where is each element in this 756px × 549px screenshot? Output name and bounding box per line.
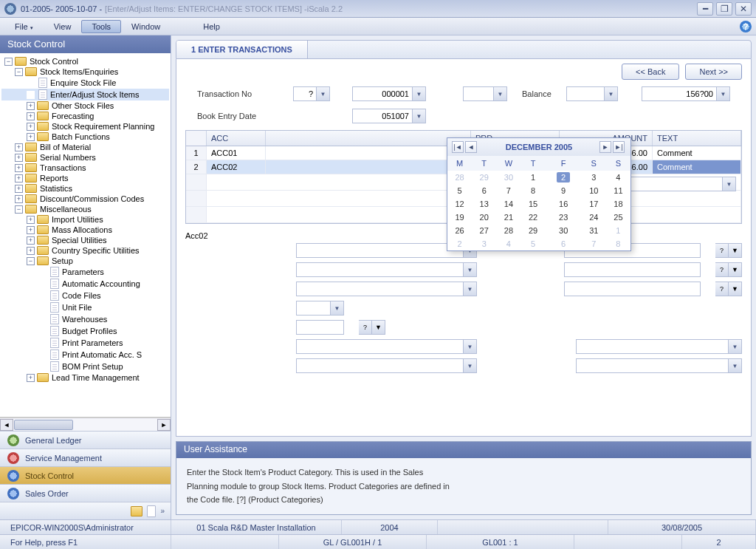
tree-root[interactable]: −Stock Control	[1, 56, 169, 67]
cal-prev-icon[interactable]: ◄	[465, 141, 477, 153]
menu-tools[interactable]: Tools	[81, 20, 121, 33]
tree-warehouses[interactable]: Warehouses	[1, 313, 169, 325]
minimize-button[interactable]: ━	[697, 2, 713, 16]
grid-header-text[interactable]: TEXT	[653, 131, 741, 146]
tree-country[interactable]: +Country Specific Utilities	[1, 245, 169, 256]
scroll-left-icon[interactable]: ◄	[0, 419, 13, 431]
help-icon[interactable]: ?	[715, 243, 729, 258]
tree-print-params[interactable]: Print Parameters	[1, 337, 169, 349]
status-module: GL / GL001H / 1	[279, 535, 427, 549]
subfield-2b[interactable]	[564, 262, 701, 277]
subfield-2[interactable]: ▼	[296, 262, 477, 277]
dropdown-icon[interactable]: ▼	[729, 243, 742, 258]
tree-leadtime[interactable]: +Lead Time Management	[1, 372, 169, 383]
tree-setup[interactable]: −Setup	[1, 256, 169, 266]
help-icon[interactable]: ?	[715, 282, 729, 296]
menu-window[interactable]: Window	[121, 20, 171, 33]
tree-stats[interactable]: +Statistics	[1, 183, 169, 194]
status-company: 01 Scala R&D Master Installation	[171, 520, 342, 534]
folder-icon[interactable]	[131, 506, 142, 516]
cal-selected-day[interactable]: 2	[546, 171, 582, 184]
sidebar-toolbar: »	[0, 502, 171, 519]
help-icon[interactable]: ?	[740, 21, 752, 33]
menu-help[interactable]: Help	[193, 20, 230, 33]
cal-title: DECEMBER 2005	[478, 143, 599, 151]
balance-value[interactable]: 156?00▼	[642, 86, 730, 101]
back-button[interactable]: << Back	[622, 64, 679, 80]
sidebar-title: Stock Control	[0, 35, 171, 53]
tree-discount[interactable]: +Discount/Commission Codes	[1, 194, 169, 204]
trans-no-help[interactable]: ?▼	[293, 86, 330, 101]
tree-unit-file[interactable]: Unit File	[1, 301, 169, 313]
tree-stock-items[interactable]: −Stock Items/Enquiries	[1, 67, 169, 77]
nav-service-mgmt[interactable]: Service Management	[0, 449, 171, 466]
tree-code-files[interactable]: Code Files	[1, 290, 169, 301]
nav-general-ledger[interactable]: General Ledger	[0, 431, 171, 449]
date-picker[interactable]: |◄ ◄ DECEMBER 2005 ► ►| MTWTFSS 28293012…	[447, 137, 631, 251]
menu-file[interactable]: File▾	[4, 20, 44, 33]
trans-no-label: Transaction No	[197, 89, 293, 98]
subfield-4[interactable]: ▼	[296, 339, 477, 354]
help-icon[interactable]: ?	[715, 262, 729, 277]
subfield-small-2[interactable]	[296, 320, 344, 335]
maximize-button[interactable]: ❐	[716, 2, 732, 16]
tree-misc[interactable]: −Miscellaneous	[1, 204, 169, 214]
subfield-3b[interactable]	[564, 282, 701, 296]
tree-stock-req[interactable]: +Stock Requirement Planning	[1, 121, 169, 132]
tree-mass[interactable]: +Mass Allocations	[1, 225, 169, 235]
next-button[interactable]: Next >>	[685, 64, 742, 80]
nav-tree[interactable]: −Stock Control −Stock Items/Enquiries En…	[0, 53, 171, 417]
module-nav: General Ledger Service Management Stock …	[0, 431, 171, 502]
trans-no-input[interactable]: 000001▼	[352, 86, 426, 101]
tree-bom-print[interactable]: BOM Print Setup	[1, 361, 169, 372]
tree-print-auto[interactable]: Print Automatic Acc. S	[1, 349, 169, 361]
tree-reports[interactable]: +Reports	[1, 173, 169, 183]
help-icon[interactable]: ?	[359, 320, 372, 335]
menu-bar: File▾ View Tools Window Help ?	[0, 18, 756, 35]
tab-enter-transactions[interactable]: 1 ENTER TRANSACTIONS	[176, 41, 308, 58]
tree-budget[interactable]: Budget Profiles	[1, 325, 169, 337]
tree-enquire-stock[interactable]: Enquire Stock File	[1, 77, 169, 89]
subfield-5b[interactable]: ▼	[576, 358, 742, 373]
book-entry-label: Book Entry Date	[197, 112, 293, 120]
tree-scrollbar[interactable]: ◄ ►	[0, 417, 171, 431]
tree-serial[interactable]: +Serial Numbers	[1, 152, 169, 163]
tree-trans[interactable]: +Transactions	[1, 163, 169, 173]
subfield-3[interactable]: ▼	[296, 282, 477, 296]
title-main: 01-2005- 2005-10-07 -	[21, 4, 102, 13]
scroll-right-icon[interactable]: ►	[157, 419, 171, 431]
tree-auto-acc[interactable]: Automatic Accounting	[1, 278, 169, 290]
dropdown-icon[interactable]: ▼	[729, 262, 742, 277]
subfield-small-1[interactable]: ▼	[296, 301, 344, 316]
tree-bom[interactable]: +Bill of Material	[1, 142, 169, 152]
menu-view[interactable]: View	[44, 20, 82, 33]
book-entry-input[interactable]: 051007▼	[352, 109, 426, 123]
balance-currency[interactable]: ▼	[566, 86, 618, 101]
tree-enter-adjust[interactable]: Enter/Adjust Stock Items	[1, 89, 169, 100]
balance-type[interactable]: ▼	[463, 86, 507, 101]
window-titlebar: 01-2005- 2005-10-07 - [Enter/Adjust Item…	[0, 0, 756, 18]
cal-first-icon[interactable]: |◄	[452, 141, 464, 153]
status-bar-2: For Help, press F1 GL / GL001H / 1 GL001…	[0, 534, 756, 549]
tree-other-stock[interactable]: +Other Stock Files	[1, 100, 169, 111]
subfield-5[interactable]: ▼	[296, 358, 477, 373]
cal-last-icon[interactable]: ►|	[613, 141, 625, 153]
scroll-thumb[interactable]	[14, 420, 73, 430]
tree-params[interactable]: Parameters	[1, 266, 169, 278]
tree-batch[interactable]: +Batch Functions	[1, 132, 169, 142]
expand-icon[interactable]: »	[160, 507, 165, 515]
grid-header-acc[interactable]: ACC	[207, 131, 266, 146]
dropdown-icon[interactable]: ▼	[729, 282, 742, 296]
nav-sales-order[interactable]: Sales Order	[0, 484, 171, 502]
user-assistance-panel: User Assistance Enter the Stock Item's P…	[176, 441, 752, 515]
content-area: 1 ENTER TRANSACTIONS << Back Next >> Tra…	[171, 35, 756, 519]
tree-import[interactable]: +Import Utilities	[1, 214, 169, 225]
dropdown-icon[interactable]: ▼	[372, 320, 385, 335]
close-button[interactable]: ✕	[735, 2, 752, 16]
subfield-4b[interactable]: ▼	[576, 339, 742, 354]
tree-special[interactable]: +Special Utilities	[1, 235, 169, 245]
cal-next-icon[interactable]: ►	[599, 141, 611, 153]
nav-stock-control[interactable]: Stock Control	[0, 466, 171, 484]
document-icon[interactable]	[147, 505, 156, 517]
tree-forecasting[interactable]: +Forecasting	[1, 111, 169, 121]
